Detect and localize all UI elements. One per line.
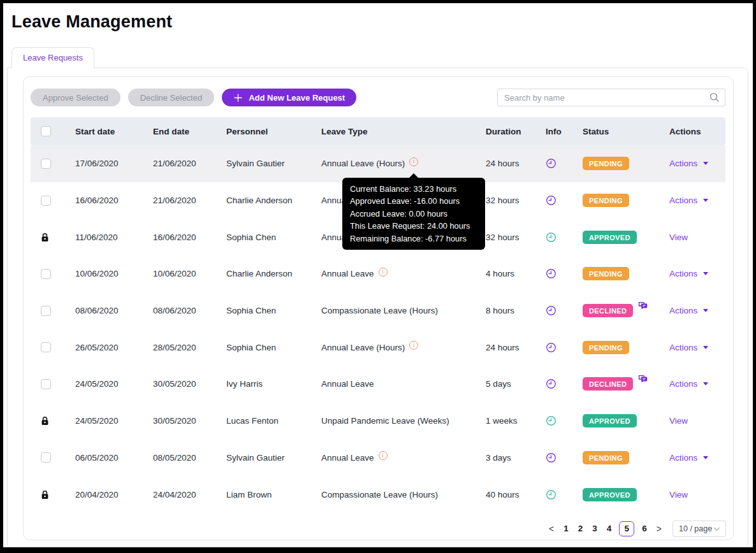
personnel-cell: Sylvain Gautier xyxy=(226,453,321,463)
end-date-cell: 08/06/2020 xyxy=(153,306,226,315)
start-date-cell: 17/06/2020 xyxy=(75,159,153,168)
chevron-down-icon xyxy=(703,199,708,202)
magnifier-icon[interactable] xyxy=(709,92,720,105)
leave-management-page: Leave Management Leave Requests Approve … xyxy=(3,11,753,549)
lock-icon xyxy=(41,233,49,242)
add-new-leave-request-button[interactable]: Add New Leave Request xyxy=(222,89,356,106)
clock-icon[interactable] xyxy=(546,452,556,463)
view-link[interactable]: View xyxy=(669,416,688,426)
decline-selected-button[interactable]: Decline Selected xyxy=(128,89,215,106)
page-button-5[interactable]: 5 xyxy=(619,521,634,536)
search-input[interactable] xyxy=(497,89,725,106)
row-checkbox[interactable] xyxy=(41,159,51,169)
status-badge: APPROVED xyxy=(583,231,637,244)
prev-page-button[interactable]: < xyxy=(547,524,556,534)
table-row: 26/05/2020 28/05/2020 Sophia Chen Annual… xyxy=(31,329,725,366)
actions-dropdown[interactable]: Actions xyxy=(669,159,708,168)
clock-icon[interactable] xyxy=(546,378,556,389)
end-date-cell: 21/06/2020 xyxy=(153,196,226,205)
plus-icon xyxy=(233,93,243,103)
end-date-cell: 08/05/2020 xyxy=(153,453,226,463)
page-size-select[interactable]: 10 / page xyxy=(672,521,726,537)
actions-dropdown[interactable]: Actions xyxy=(669,379,708,389)
end-date-cell: 30/05/2020 xyxy=(153,416,226,426)
lock-icon xyxy=(41,416,49,426)
chevron-down-icon xyxy=(713,524,720,533)
status-badge: DECLINED xyxy=(583,377,633,391)
leave-type-cell: Annual Leavei xyxy=(321,269,482,278)
table-header: Start dateEnd datePersonnelLeave TypeDur… xyxy=(31,117,725,145)
actions-dropdown[interactable]: Actions xyxy=(669,196,708,205)
leave-type-cell: Annual Leave (Hours)i xyxy=(321,343,482,352)
info-icon[interactable]: i xyxy=(409,157,418,166)
comment-icon[interactable] xyxy=(638,301,648,310)
tab-panel: Approve Selected Decline Selected Add Ne… xyxy=(7,68,748,549)
tooltip-line: Remaining Balance: -6.77 hours xyxy=(350,233,477,245)
table-row: 06/05/2020 08/05/2020 Sylvain Gautier An… xyxy=(31,440,725,477)
row-checkbox[interactable] xyxy=(41,452,51,463)
next-page-button[interactable]: > xyxy=(655,524,664,534)
actions-dropdown[interactable]: Actions xyxy=(669,306,708,315)
actions-dropdown[interactable]: Actions xyxy=(669,269,708,278)
leave-type-cell: Compassionate Leave (Hours) xyxy=(321,490,482,499)
row-checkbox[interactable] xyxy=(41,196,51,206)
leave-requests-card: Approve Selected Decline Selected Add Ne… xyxy=(23,76,734,540)
clock-icon[interactable] xyxy=(546,305,556,316)
leave-type-cell: Compassionate Leave (Hours) xyxy=(321,306,482,315)
row-checkbox[interactable] xyxy=(41,269,51,279)
personnel-cell: Charlie Anderson xyxy=(226,196,321,205)
actions-dropdown[interactable]: Actions xyxy=(669,453,708,463)
column-header: Actions xyxy=(664,127,725,136)
duration-cell: 32 hours xyxy=(482,233,539,242)
start-date-cell: 24/05/2020 xyxy=(75,416,153,426)
clock-icon[interactable] xyxy=(546,489,556,500)
end-date-cell: 10/06/2020 xyxy=(153,269,226,278)
view-link[interactable]: View xyxy=(669,490,688,499)
leave-balance-tooltip: Current Balance: 33.23 hoursApproved Lea… xyxy=(342,178,485,250)
table-row: 17/06/2020 21/06/2020 Sylvain Gautier An… xyxy=(31,145,725,182)
page-button-3[interactable]: 3 xyxy=(590,524,599,533)
view-link[interactable]: View xyxy=(669,233,688,242)
clock-icon[interactable] xyxy=(546,232,556,243)
start-date-cell: 10/06/2020 xyxy=(75,269,153,278)
clock-icon[interactable] xyxy=(546,158,556,169)
personnel-cell: Sylvain Gautier xyxy=(226,159,321,168)
start-date-cell: 26/05/2020 xyxy=(75,343,153,352)
actions-dropdown[interactable]: Actions xyxy=(669,343,708,352)
chevron-down-icon xyxy=(703,309,708,312)
clock-icon[interactable] xyxy=(546,415,556,426)
start-date-cell: 11/06/2020 xyxy=(75,233,153,242)
personnel-cell: Charlie Anderson xyxy=(226,269,321,278)
tooltip-line: Accrued Leave: 0.00 hours xyxy=(350,208,477,220)
page-button-4[interactable]: 4 xyxy=(605,524,614,533)
table-row: 08/06/2020 08/06/2020 Sophia Chen Compas… xyxy=(31,292,725,329)
status-badge: PENDING xyxy=(583,341,629,354)
page-button-1[interactable]: 1 xyxy=(562,524,571,533)
page-button-6[interactable]: 6 xyxy=(640,524,649,533)
duration-cell: 24 hours xyxy=(482,343,539,352)
chevron-down-icon xyxy=(703,346,708,349)
approve-selected-button[interactable]: Approve Selected xyxy=(31,89,120,106)
comment-icon[interactable] xyxy=(638,375,648,384)
page-size-value: 10 / page xyxy=(679,524,712,533)
clock-icon[interactable] xyxy=(546,195,556,206)
toolbar: Approve Selected Decline Selected Add Ne… xyxy=(31,89,725,106)
clock-icon[interactable] xyxy=(546,268,556,279)
info-icon[interactable]: i xyxy=(379,451,388,460)
row-checkbox[interactable] xyxy=(41,379,51,389)
select-all-checkbox[interactable] xyxy=(41,126,51,136)
clock-icon[interactable] xyxy=(546,342,556,353)
leave-type-cell: Annual Leave xyxy=(321,379,482,389)
tab-leave-requests[interactable]: Leave Requests xyxy=(11,47,94,68)
info-icon[interactable]: i xyxy=(379,268,388,276)
personnel-cell: Lucas Fenton xyxy=(226,416,321,426)
info-icon[interactable]: i xyxy=(409,341,418,350)
personnel-cell: Sophia Chen xyxy=(226,233,321,242)
row-checkbox[interactable] xyxy=(41,342,51,352)
page-button-2[interactable]: 2 xyxy=(576,524,585,533)
row-checkbox[interactable] xyxy=(41,306,51,316)
chevron-down-icon xyxy=(703,162,708,165)
leave-type-cell: Annual Leave (Hours)i xyxy=(321,159,482,168)
duration-cell: 32 hours xyxy=(482,196,539,205)
duration-cell: 24 hours xyxy=(482,159,539,168)
